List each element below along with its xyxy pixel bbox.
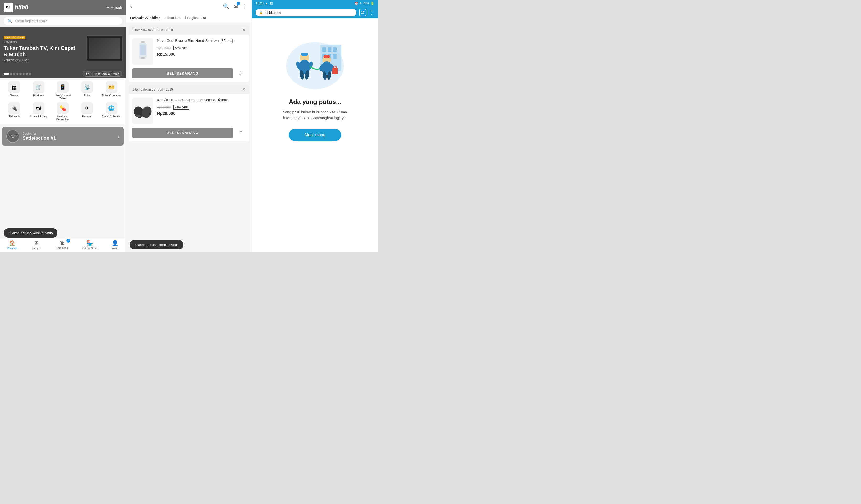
nav-beranda[interactable]: 🏠 Beranda: [8, 240, 17, 250]
cat-kesehatan[interactable]: 💊 Kesehatan Kecantikan: [52, 103, 74, 121]
category-grid: ▦ Semua 🛒 Bliblimart 📱 Handphone & Table…: [0, 78, 126, 124]
item-2-info: Kanzia UHF Sarung Tangan Semua Ukuran Rp…: [157, 98, 245, 119]
cat-global-icon: 🌐: [106, 103, 117, 114]
free-shipping-badge: GRATIS ONGKIR: [4, 36, 26, 39]
message-badge: 0: [236, 2, 240, 5]
svg-rect-2: [140, 45, 146, 55]
bagikan-list-button[interactable]: ⤴ Bagikan List: [184, 16, 206, 20]
cat-pulsa-icon: 📡: [81, 81, 93, 93]
buat-list-button[interactable]: ≡ Buat List: [164, 16, 180, 20]
item-2-share-button[interactable]: ⤴: [236, 128, 245, 138]
share-icon: ⤴: [240, 130, 242, 135]
promo-banner[interactable]: GRATIS ONGKIR SAMSUNG Tukar Tambah TV, K…: [0, 27, 126, 69]
cat-bliblimart-icon: 🛒: [33, 81, 44, 93]
item-1-body: Nuvo Cool Breeze Biru Hand Sanitizer [85…: [128, 35, 249, 68]
tabs-button[interactable]: 17: [359, 9, 367, 16]
status-right: ⏰ ✈ 74% 🔋: [354, 2, 374, 5]
promo-button[interactable]: 1 / 8 Lihat Semua Promo: [83, 71, 122, 77]
back-button[interactable]: ‹: [130, 3, 132, 10]
item-2-actions: BELI SEKARANG ⤴: [128, 127, 249, 141]
cat-elektronik[interactable]: 🔌 Elektronik: [3, 103, 26, 121]
url-bar[interactable]: 🔒 blibli.com: [256, 9, 356, 16]
nav-akun[interactable]: 👤 Akun: [112, 240, 118, 250]
battery-level: 74%: [363, 2, 369, 5]
error-description: Yang pasti bukan hubungan kita. Cuma int…: [273, 109, 357, 121]
alert-icon: ▲: [265, 2, 268, 5]
cat-pesawat-label: Pesawat: [82, 115, 92, 118]
list-icon: ≡: [164, 16, 166, 20]
item-1-buy-button[interactable]: BELI SEKARANG: [132, 68, 233, 79]
dot-2: [10, 73, 12, 75]
item-2-original-price: Rp57.000: [157, 106, 170, 109]
cat-pulsa[interactable]: 📡 Pulsa: [76, 81, 98, 100]
satisfaction-banner[interactable]: CUSTOMER #1 Customer Satisfaction #1 ›: [2, 126, 124, 146]
dot-8: [29, 73, 31, 75]
cat-bliblimart-label: Bliblimart: [33, 94, 44, 97]
dot-6: [23, 73, 25, 75]
cart-badge: 0: [66, 239, 70, 243]
reload-button[interactable]: Muat ulang: [289, 129, 341, 141]
logo-text: blibli: [15, 4, 28, 11]
cat-pesawat[interactable]: ✈ Pesawat: [76, 103, 98, 121]
more-icon[interactable]: ⋮: [242, 3, 247, 10]
cat-pesawat-icon: ✈: [81, 103, 93, 114]
cat-kesehatan-label: Kesehatan Kecantikan: [52, 115, 74, 121]
login-icon: ↪: [106, 5, 109, 10]
item-2-close-button[interactable]: ✕: [242, 87, 245, 92]
nav-official-store[interactable]: 🏪 Official Store: [82, 240, 97, 250]
item-1-discount-badge: 50% OFF: [173, 46, 189, 51]
search-bar-container: 🔍 Kamu lagi cari apa?: [0, 15, 126, 27]
cat-bliblimart[interactable]: 🛒 Bliblimart: [28, 81, 50, 100]
item-1-header: Ditambahkan 25 - Jun - 2020 ✕: [128, 26, 249, 35]
browser-bar: 🔒 blibli.com 17 ⋮: [252, 7, 378, 18]
item-1-original-price: Rp30.000: [157, 46, 170, 50]
lock-icon: 🔒: [259, 11, 263, 14]
status-left: 15:26 ▲ 🖼: [256, 2, 273, 5]
message-icon[interactable]: ✉ 0: [234, 3, 238, 10]
dot-5: [19, 73, 22, 75]
cat-ticket-label: Ticket & Voucher: [101, 94, 121, 97]
browser-menu-button[interactable]: ⋮: [369, 10, 374, 16]
login-button[interactable]: ↪ Masuk: [106, 5, 122, 10]
banner-title: Tukar Tambah TV, Kini Cepat & Mudah: [4, 45, 80, 57]
dot-1: [4, 73, 9, 75]
nav-store-icon: 🏪: [87, 240, 93, 246]
banner-content: GRATIS ONGKIR SAMSUNG Tukar Tambah TV, K…: [0, 31, 84, 66]
cat-home[interactable]: 🛋 Home & Living: [28, 103, 50, 121]
error-illustration: [278, 29, 352, 92]
cat-global[interactable]: 🌐 Global Collection: [100, 103, 123, 121]
svg-rect-12: [333, 47, 337, 52]
nav-keranjang-icon: 🛍: [59, 240, 65, 246]
panel-browser: 15:26 ▲ 🖼 ⏰ ✈ 74% 🔋 🔒 blibli.com 17 ⋮: [252, 0, 378, 252]
alarm-icon: ⏰: [354, 2, 358, 5]
svg-rect-3: [141, 57, 145, 59]
item-2-final-price: Rp29.000: [157, 111, 245, 116]
cat-semua[interactable]: ▦ Semua: [3, 81, 26, 100]
cat-global-label: Global Collection: [101, 115, 122, 118]
nav-kategori[interactable]: ⊞ Kategori: [32, 240, 41, 250]
item-2-name: Kanzia UHF Sarung Tangan Semua Ukuran: [157, 98, 245, 103]
pagination-dots: [4, 73, 81, 75]
item-1-share-button[interactable]: ⤴: [236, 69, 245, 78]
image-icon: 🖼: [270, 2, 273, 5]
item-1-name: Nuvo Cool Breeze Biru Hand Sanitizer [85…: [157, 38, 245, 44]
app-header: 🛍 blibli ↪ Masuk: [0, 0, 126, 15]
banner-tv-image: [84, 30, 126, 67]
cat-handphone[interactable]: 📱 Handphone & Tablet: [52, 81, 74, 100]
item-2-buy-button[interactable]: BELI SEKARANG: [132, 127, 233, 138]
nav-keranjang[interactable]: 🛍 0 Keranjang: [56, 240, 68, 250]
search-input[interactable]: 🔍 Kamu lagi cari apa?: [4, 17, 122, 25]
nav-kategori-icon: ⊞: [35, 240, 39, 246]
cat-ticket-icon: 🎫: [106, 81, 117, 93]
item-2-body: Kanzia UHF Sarung Tangan Semua Ukuran Rp…: [128, 94, 249, 127]
cat-semua-icon: ▦: [9, 81, 20, 93]
url-text: blibli.com: [265, 11, 281, 15]
svg-rect-18: [301, 53, 308, 56]
cat-home-icon: 🛋: [33, 103, 44, 114]
cat-ticket[interactable]: 🎫 Ticket & Voucher: [100, 81, 123, 100]
logo-icon: 🛍: [4, 3, 13, 12]
item-1-close-button[interactable]: ✕: [242, 28, 245, 32]
svg-rect-6: [136, 115, 140, 117]
search-icon[interactable]: 🔍: [223, 3, 229, 10]
share-icon: ⤴: [240, 71, 242, 76]
